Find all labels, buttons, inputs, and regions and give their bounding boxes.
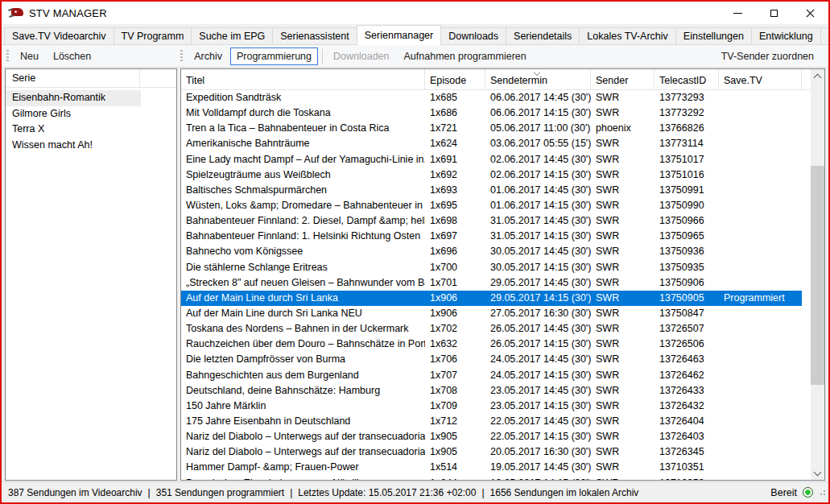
table-row[interactable]: Auf der Main Line durch Sri Lanka 1x906 … [181, 291, 802, 306]
assign-tv-sender-button[interactable]: TV-Sender zuordnen [715, 48, 820, 65]
table-row[interactable]: Nariz del Diabolo – Unterwegs auf der tr… [181, 429, 802, 444]
tab-lokales-tv-archiv[interactable]: Lokales TV-Archiv [579, 27, 676, 44]
window-title: STV MANAGER [29, 7, 107, 19]
cell-sender: SWR [591, 105, 655, 121]
table-row[interactable]: Baltisches Schmalspurmärchen 1x693 01.06… [181, 183, 802, 198]
tab-seriendetails[interactable]: Seriendetails [506, 27, 580, 44]
table-row[interactable]: Bahnabenteuer Finnland: 2. Diesel, Dampf… [181, 213, 802, 229]
column-header-sender[interactable]: Sender [591, 69, 655, 89]
table-row[interactable]: Spielzeugträume aus Weißblech 1x692 02.0… [181, 167, 802, 183]
tab-downloads[interactable]: Downloads [440, 27, 506, 44]
cell-sendetermin: 22.05.2017 14:15 (30') [485, 429, 591, 444]
series-column-header[interactable]: Serie [6, 69, 139, 87]
series-list-item[interactable]: Gilmore Girls [6, 106, 141, 122]
table-row[interactable]: Deutschland, deine Bahnschätze: Hamburg … [181, 383, 802, 399]
column-header-episode[interactable]: Episode [425, 69, 485, 89]
archiv-button[interactable]: Archiv [188, 48, 229, 65]
cell-sendetermin: 26.05.2017 14:45 (30') [485, 321, 591, 337]
table-row[interactable]: Mit Volldampf durch die Toskana 1x686 06… [181, 105, 802, 121]
cell-telecastid: 13750990 [655, 198, 719, 213]
tab-label: Einstellungen [683, 31, 744, 42]
cell-sendetermin: 19.05.2017 14:15 (30') [485, 476, 591, 480]
cell-telecastid: 13750847 [655, 306, 719, 321]
tab-save-tv-videoarchiv[interactable]: Save.TV Videoarchiv [4, 27, 114, 44]
tab-lokales-tv-archiv[interactable]: Lokales TV-Archiv [820, 27, 830, 44]
cell-sendetermin: 01.06.2017 14:45 (30') [485, 183, 591, 198]
programmierung-button[interactable]: Programmierung [230, 48, 318, 65]
cell-telecastid: 13726433 [655, 383, 719, 399]
scrollbar-thumb[interactable] [811, 166, 824, 385]
column-header-titel[interactable]: Titel [181, 69, 425, 89]
cell-titel: Wüsten, Loks &amp; Dromedare – Bahnabent… [181, 198, 425, 213]
table-row[interactable]: Expedition Sandträsk 1x685 06.06.2017 14… [181, 90, 802, 105]
cell-telecastid: 13726463 [655, 352, 719, 367]
vertical-scrollbar[interactable] [811, 69, 824, 480]
cell-telecastid: 13750936 [655, 244, 719, 259]
aufnahmen-programmieren-button[interactable]: Aufnahmen programmieren [398, 48, 533, 65]
table-row[interactable]: Eine Lady macht Dampf – Auf der Yamaguch… [181, 152, 802, 167]
tab-serienassistent[interactable]: Serienassistent [272, 27, 357, 44]
scrollbar-down-button[interactable] [811, 466, 824, 480]
downloaden-button[interactable]: Downloaden [327, 48, 396, 65]
cell-sender: SWR [591, 306, 655, 321]
cell-sendetermin: 23.05.2017 14:45 (30') [485, 383, 591, 399]
table-row[interactable]: Hammer Dampf- &amp; Frauen-Power 1x514 1… [181, 460, 802, 475]
column-header-telecastid[interactable]: TelecastID [655, 69, 719, 89]
table-row[interactable]: 175 Jahre Eisenbahn in Deutschland 1x712… [181, 414, 802, 429]
series-list-item[interactable]: Wissen macht Ah! [6, 138, 141, 154]
cell-sender: SWR [591, 167, 655, 183]
table-row[interactable]: Bahnabenteuer Finnland: 1. Helsinki Rich… [181, 229, 802, 244]
table-row[interactable]: Tren a la Tica – Bahnabenteuer in Costa … [181, 121, 802, 136]
cell-episode: 1x632 [425, 337, 485, 352]
cell-titel: Bahnabenteuer Finnland: 2. Diesel, Dampf… [181, 213, 425, 229]
table-row[interactable]: Amerikanische Bahnträume 1x624 03.06.201… [181, 136, 802, 151]
column-header-savetv[interactable]: Save.TV [719, 69, 802, 89]
table-row[interactable]: Die stählerne Schlange Eritreas 1x700 30… [181, 260, 802, 275]
tab-entwicklung[interactable]: Entwicklung [751, 27, 821, 44]
table-row[interactable]: Nariz del Diabolo – Unterwegs auf der tr… [181, 444, 802, 460]
series-list-item[interactable]: Terra X [6, 122, 141, 138]
cell-titel: Baltisches Schmalspurmärchen [181, 183, 425, 198]
maximize-button[interactable] [756, 2, 792, 24]
cell-episode: 1x695 [425, 198, 485, 213]
cell-savetv [719, 306, 802, 321]
table-row[interactable]: „Strecken 8" auf neuen Gleisen – Bahnwun… [181, 275, 802, 291]
minimize-button[interactable] [720, 2, 756, 24]
cell-savetv [719, 352, 802, 367]
toolbar-view-section: ArchivProgrammierungDownloadenAufnahmen … [175, 45, 534, 67]
status-separator: | [148, 487, 151, 498]
app-window: STV MANAGER Save.TV VideoarchivTV Progra… [0, 0, 830, 504]
cell-titel: Bahnabenteuer Finnland: 1. Helsinki Rich… [181, 229, 425, 244]
table-row[interactable]: Die letzten Dampfrösser von Burma 1x706 … [181, 352, 802, 367]
cell-episode: 1x905 [425, 429, 485, 444]
table-row[interactable]: Bahngeschichten aus dem Burgenland 1x707… [181, 368, 802, 383]
resize-grip[interactable] [818, 488, 826, 496]
table-row[interactable]: Auf der Main Line durch Sri Lanka NEU 1x… [181, 306, 802, 321]
series-header-row: Serie [6, 69, 176, 88]
table-row[interactable]: Rauchzeichen über dem Douro – Bahnschätz… [181, 337, 802, 352]
status-separator: | [481, 487, 484, 498]
cell-episode: 1x692 [425, 167, 485, 183]
tab-suche-im-epg[interactable]: Suche im EPG [191, 27, 273, 44]
table-row[interactable]: Bahnecho vom Königssee 1x696 30.05.2017 … [181, 244, 802, 259]
cell-episode: 1x686 [425, 105, 485, 121]
cell-sendetermin: 24.05.2017 14:15 (30') [485, 368, 591, 383]
table-row[interactable]: 150 Jahre Märklin 1x709 23.05.2017 14:15… [181, 399, 802, 414]
table-row[interactable]: Wüsten, Loks &amp; Dromedare – Bahnabent… [181, 198, 802, 213]
close-button[interactable] [792, 2, 828, 24]
table-row[interactable]: Toskana des Nordens – Bahnen in der Ucke… [181, 321, 802, 337]
tab-einstellungen[interactable]: Einstellungen [675, 27, 752, 44]
cell-titel: Amerikanische Bahnträume [181, 136, 425, 151]
cell-telecastid: 13726507 [655, 321, 719, 337]
scrollbar-up-button[interactable] [811, 69, 824, 83]
l-schen-button[interactable]: Löschen [47, 48, 97, 65]
series-list-item[interactable]: Eisenbahn-Romantik [6, 90, 141, 106]
tab-serienmanager[interactable]: Serienmanager [357, 25, 441, 45]
table-row[interactable]: Bayerisches Eisenbahnmuseum Nördlingen 1… [181, 476, 802, 480]
column-header-sendetermin[interactable]: Sendetermin [485, 69, 591, 89]
scrollbar-track[interactable] [811, 83, 824, 466]
tab-label: Lokales TV-Archiv [587, 31, 668, 42]
neu-button[interactable]: Neu [14, 48, 45, 65]
cell-sender: phoenix [591, 121, 655, 136]
tab-tv-programm[interactable]: TV Programm [114, 27, 192, 44]
